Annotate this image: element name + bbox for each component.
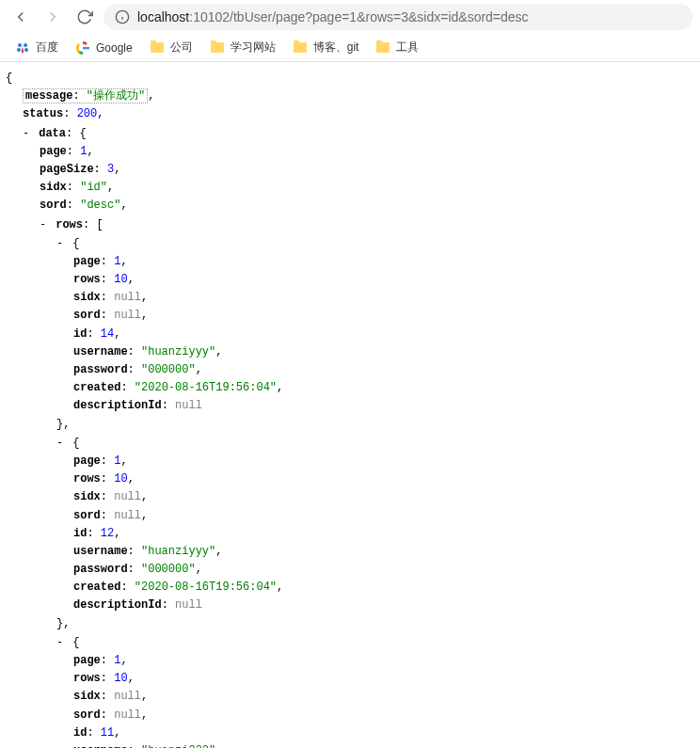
json-row: sidx: null, (6, 289, 694, 307)
json-row: sord: null, (6, 707, 694, 724)
info-icon (115, 9, 130, 24)
json-row: username: "huanziyyy", (6, 343, 694, 361)
bookmark-label: 百度 (36, 40, 58, 56)
json-row: password: "000000", (6, 561, 694, 579)
reload-icon (76, 8, 93, 25)
baidu-icon (15, 40, 30, 56)
json-row: created: "2020-08-16T19:56:04", (6, 579, 694, 597)
svg-point-5 (17, 48, 21, 52)
bookmark-label: 公司 (170, 40, 193, 56)
json-row: sidx: null, (6, 488, 694, 506)
google-icon (75, 40, 90, 56)
bookmark-label: 博客、git (313, 40, 359, 56)
json-row: sord: null, (6, 307, 694, 325)
json-row-data: - data: { (6, 124, 694, 143)
address-bar[interactable]: localhost:10102/tbUser/page?page=1&rows=… (103, 4, 692, 30)
json-row-status: status: 200, (6, 105, 694, 123)
json-row: page: 1, (6, 652, 694, 670)
bookmark-label: 工具 (396, 40, 419, 56)
json-row: page: 1, (6, 143, 694, 161)
json-brace-open: { (6, 70, 694, 88)
json-row-rows: - rows: [ (6, 215, 694, 234)
collapse-toggle-icon[interactable]: - (23, 124, 32, 142)
bookmark-gongsi[interactable]: 公司 (150, 40, 193, 56)
json-row: sidx: null, (6, 688, 694, 706)
json-brace-close: }, (6, 416, 694, 434)
bookmark-gongju[interactable]: 工具 (375, 40, 419, 56)
folder-icon (150, 40, 165, 56)
json-row: rows: 10, (6, 470, 694, 488)
json-row: sidx: "id", (6, 179, 694, 197)
json-row: created: "2020-08-16T19:56:04", (6, 379, 694, 397)
json-array-item: - { (6, 434, 694, 453)
json-viewer: { message: "操作成功", status: 200, - data: … (0, 62, 700, 748)
bookmark-label: 学习网站 (231, 40, 276, 56)
bookmark-xuexi[interactable]: 学习网站 (210, 40, 276, 56)
browser-toolbar: localhost:10102/tbUser/page?page=1&rows=… (0, 0, 700, 34)
json-brace-close: }, (6, 615, 694, 633)
json-row: descriptionId: null (6, 397, 694, 415)
json-array-item: - { (6, 633, 694, 652)
json-row: pageSize: 3, (6, 161, 694, 179)
bookmarks-bar: 百度 Google 公司 学习网站 博客、git 工具 (0, 34, 700, 62)
bookmark-google[interactable]: Google (75, 40, 133, 56)
collapse-toggle-icon[interactable]: - (56, 234, 66, 252)
json-row: id: 12, (6, 525, 694, 543)
folder-icon (293, 40, 308, 56)
svg-point-6 (24, 48, 28, 52)
json-row: sord: null, (6, 507, 694, 525)
svg-point-4 (24, 43, 27, 47)
json-row-message: message: "操作成功", (6, 88, 694, 105)
json-row: page: 1, (6, 253, 694, 271)
collapse-toggle-icon[interactable]: - (56, 633, 66, 651)
back-button[interactable] (8, 4, 34, 30)
json-row: password: "000000", (6, 361, 694, 379)
collapse-toggle-icon[interactable]: - (56, 434, 66, 452)
json-row: rows: 10, (6, 271, 694, 289)
folder-icon (210, 40, 225, 56)
json-row: username: "huanziyyy", (6, 543, 694, 561)
url-text: localhost:10102/tbUser/page?page=1&rows=… (137, 9, 529, 24)
json-row: descriptionId: null (6, 597, 694, 614)
json-row: sord: "desc", (6, 197, 694, 215)
forward-button[interactable] (40, 4, 66, 30)
bookmark-baidu[interactable]: 百度 (15, 40, 58, 56)
arrow-left-icon (12, 8, 29, 25)
json-row: page: 1, (6, 453, 694, 470)
collapse-toggle-icon[interactable]: - (40, 215, 49, 233)
bookmark-boke-git[interactable]: 博客、git (293, 40, 359, 56)
json-row: id: 14, (6, 326, 694, 343)
bookmark-label: Google (96, 41, 133, 55)
reload-button[interactable] (72, 4, 98, 30)
arrow-right-icon (44, 8, 61, 25)
svg-point-3 (18, 43, 22, 47)
json-array-item: - { (6, 234, 694, 253)
folder-icon (375, 40, 390, 56)
json-row: id: 11, (6, 724, 694, 742)
json-row: rows: 10, (6, 670, 694, 688)
json-row: username: "huanzi222", (6, 742, 694, 748)
